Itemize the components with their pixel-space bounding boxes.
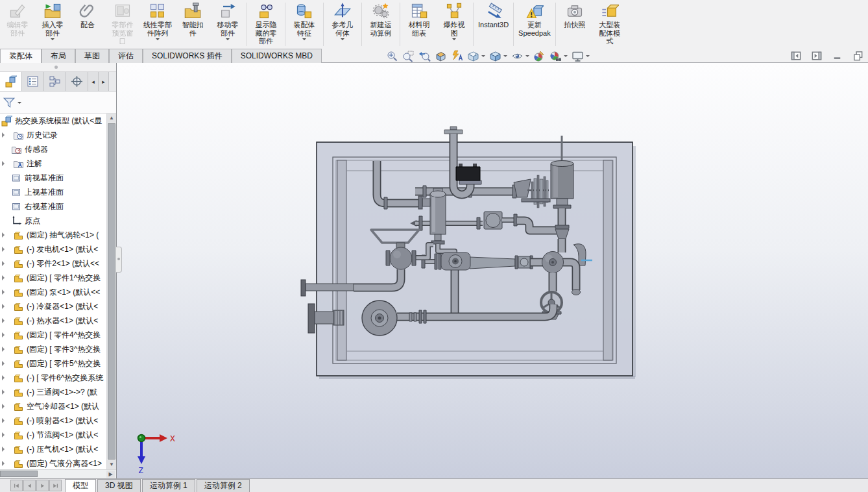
tree-item-gas-liquid-separator[interactable]: (固定) 气液分离器<1> [0,456,107,469]
dropdown-caret-icon[interactable] [525,55,529,59]
tab-layout[interactable]: 布局 [42,49,75,63]
panel-tabs-scroll-right[interactable]: ▸ [99,72,109,91]
configurationmanager-tab[interactable] [44,72,66,91]
dropdown-caret-icon[interactable] [586,55,590,59]
tree-item-air-cooler[interactable]: 空气冷却器<1> (默认 [0,399,107,413]
show-hidden-components-button[interactable]: 显示隐藏的零部件 [248,0,283,49]
minimize-window-button[interactable] [832,50,843,62]
dropdown-caret-icon[interactable] [156,38,160,42]
dropdown-caret-icon[interactable] [564,55,568,59]
panel-top-splitter[interactable] [0,63,116,72]
bill-of-materials-button[interactable]: 材料明细表 [402,0,437,49]
scroll-right-button[interactable]: ▶ [106,471,115,478]
tree-item-root[interactable]: 热交换系统模型 (默认<显 [0,114,107,128]
expand-caret-icon[interactable] [2,318,7,323]
dropdown-caret-icon[interactable] [51,38,54,42]
tree-item-top-plane[interactable]: 上视基准面 [0,185,107,199]
dropdown-caret-icon[interactable] [226,38,230,42]
collapse-pane-right-button[interactable] [811,50,823,62]
expand-caret-icon[interactable] [2,375,7,380]
restore-window-button[interactable] [852,50,864,62]
panel-splitter-grip[interactable] [116,247,122,273]
dimxpertmanager-tab[interactable] [66,72,88,91]
tree-item-sensors[interactable]: 传感器 [0,142,107,156]
motion-study-1-tab[interactable]: 运动算例 1 [142,479,195,492]
assembly-features-button[interactable]: 装配体特征 [287,0,322,49]
tree-item-front-plane[interactable]: 前视基准面 [0,171,107,185]
move-component-button[interactable]: 移动零部件 [210,0,245,49]
expand-caret-icon[interactable] [2,418,7,423]
apply-scene-button[interactable] [548,49,570,63]
take-snapshot-button[interactable]: 拍快照 [557,0,592,49]
motion-nav-next-button[interactable] [36,480,49,491]
tree-item-water-heater[interactable]: (-) 热水器<1> (默认< [0,314,107,328]
hscrollbar-thumb[interactable] [0,471,38,477]
model-tab[interactable]: 模型 [65,479,96,492]
smart-fasteners-button[interactable]: 智能扣件 [175,0,210,49]
tree-item-part3[interactable]: (固定) [ 零件3^热交换 [0,342,107,356]
expand-caret-icon[interactable] [2,332,7,338]
expand-caret-icon[interactable] [2,389,7,395]
mate-button[interactable]: 配合 [70,0,105,49]
dropdown-caret-icon[interactable] [481,55,485,59]
graphics-area[interactable]: X Z [0,63,868,478]
tree-vertical-scrollbar[interactable]: ▲ ▼ [106,114,116,469]
tree-item-part4[interactable]: (固定) [ 零件4^热交换 [0,328,107,342]
view-orientation-button[interactable] [465,49,487,63]
dropdown-caret-icon[interactable] [341,38,344,42]
tree-item-throttle-valve[interactable]: (-) 节流阀<1> (默认< [0,428,107,442]
new-motion-study-button[interactable]: 新建运动算例 [363,0,398,49]
large-assembly-mode-button[interactable]: 大型装配体模式 [592,0,627,49]
tab-solidworks-mbd[interactable]: SOLIDWORKS MBD [232,49,322,63]
tree-item-compressor[interactable]: (-) 压气机<1> (默认< [0,442,107,456]
motion-study-2-tab[interactable]: 运动算例 2 [197,479,250,492]
expand-caret-icon[interactable] [2,432,7,437]
expand-caret-icon[interactable] [2,247,7,252]
instant3d-button[interactable]: Instant3D [475,0,512,49]
tab-evaluate[interactable]: 评估 [109,49,143,63]
expand-caret-icon[interactable] [2,361,7,366]
expand-caret-icon[interactable] [2,161,7,166]
tab-sketch[interactable]: 草图 [75,49,109,63]
display-style-button[interactable] [487,49,509,63]
zoom-to-area-button[interactable] [400,49,416,63]
tree-item-exhaust-turbine[interactable]: (固定) 抽气涡轮<1> ( [0,228,107,242]
tree-item-part2[interactable]: (-) 零件2<1> (默认<< [0,256,107,271]
tab-assembly[interactable]: 装配体 [0,49,42,63]
filter-funnel-icon[interactable] [3,96,16,109]
insert-component-button[interactable]: 插入零部件 [35,0,70,49]
expand-caret-icon[interactable] [2,447,7,452]
panel-tabs-scroll-left[interactable]: ◂ [88,72,99,91]
model-canvas[interactable]: X Z [0,63,868,478]
tree-horizontal-scrollbar[interactable]: ▶ [0,469,116,478]
tree-item-three-way-valve[interactable]: (-) 三通阀<1>->? (默 [0,385,107,399]
tree-item-generator[interactable]: (-) 发电机<1> (默认< [0,242,107,256]
previous-view-button[interactable] [416,49,433,63]
tree-item-part6[interactable]: (-) [ 零件6^热交换系统 [0,371,107,385]
section-view-button[interactable] [433,49,449,63]
view-settings-button[interactable] [570,49,592,63]
tree-item-annotations[interactable]: 注解 [0,156,107,171]
tree-item-pump[interactable]: (固定) 泵<1> (默认<< [0,285,107,299]
3d-views-tab[interactable]: 3D 视图 [97,479,141,492]
expand-caret-icon[interactable] [2,461,7,466]
motion-nav-first-button[interactable] [10,480,23,491]
tree-item-ejector[interactable]: (-) 喷射器<1> (默认< [0,413,107,428]
expand-caret-icon[interactable] [2,232,7,238]
reference-geometry-button[interactable]: 参考几何体 [325,0,360,49]
zoom-to-fit-button[interactable] [384,49,400,63]
hide-show-items-button[interactable] [509,49,531,63]
expand-caret-icon[interactable] [2,304,7,309]
expand-caret-icon[interactable] [2,132,7,138]
dropdown-caret-icon[interactable] [302,38,306,42]
tree-item-part5[interactable]: (固定) [ 零件5^热交换 [0,356,107,371]
scrollbar-thumb[interactable] [108,123,115,460]
update-speedpak-button[interactable]: 更新Speedpak [515,0,554,49]
propertymanager-tab[interactable] [22,72,44,91]
tab-solidworks-addins[interactable]: SOLIDWORKS 插件 [143,49,232,63]
tree-item-origin[interactable]: 原点 [0,214,107,228]
expand-caret-icon[interactable] [2,404,7,409]
expand-caret-icon[interactable] [2,275,7,280]
linear-component-pattern-button[interactable]: 线性零部件阵列 [140,0,175,49]
expand-caret-icon[interactable] [2,289,7,295]
